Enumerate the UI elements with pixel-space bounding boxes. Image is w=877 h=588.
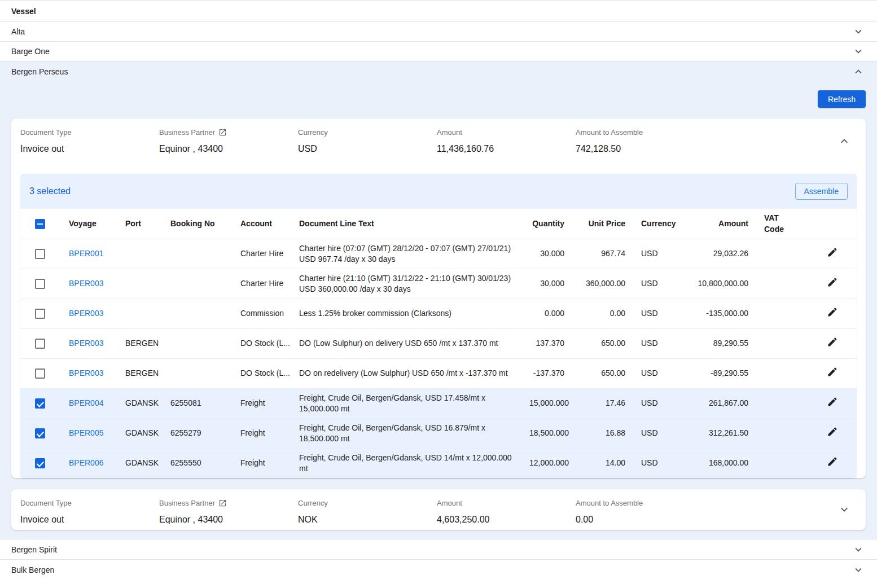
account-cell: Freight bbox=[233, 418, 291, 448]
amount-cell: 261,867.00 bbox=[690, 388, 756, 418]
row-checkbox[interactable] bbox=[35, 398, 45, 409]
edit-icon[interactable] bbox=[827, 456, 838, 467]
currency-field: Currency NOK bbox=[298, 499, 437, 530]
voyage-link[interactable]: BPER005 bbox=[69, 428, 103, 437]
chevron-down-icon[interactable] bbox=[852, 564, 865, 576]
edit-icon[interactable] bbox=[827, 366, 838, 378]
edit-icon[interactable] bbox=[827, 426, 838, 437]
amount-field: Amount 4,603,250.00 bbox=[437, 499, 576, 530]
amount-cell: -89,290.55 bbox=[690, 358, 756, 388]
amount-cell: 89,290.55 bbox=[690, 328, 756, 358]
column-header-quantity: Quantity bbox=[521, 209, 572, 239]
vat-code-cell bbox=[756, 388, 808, 418]
expand-chevron-down-icon[interactable] bbox=[837, 503, 851, 516]
edit-icon[interactable] bbox=[827, 247, 838, 258]
voyage-link[interactable]: BPER003 bbox=[69, 368, 103, 378]
amount-cell: 10,800,000.00 bbox=[690, 269, 756, 299]
vessel-name: Barge One bbox=[11, 47, 50, 56]
document-line-text-cell: Charter hire (21:10 (GMT) 31/12/22 - 21:… bbox=[291, 269, 521, 299]
vessel-row-bergen-perseus[interactable]: Bergen Perseus bbox=[0, 62, 877, 81]
amount-cell: 29,032.26 bbox=[690, 239, 756, 269]
business-partner-label: Business Partner bbox=[159, 128, 298, 137]
voyage-link[interactable]: BPER003 bbox=[69, 309, 103, 318]
currency-cell: USD bbox=[633, 328, 690, 358]
column-header-currency: Currency bbox=[633, 209, 690, 239]
refresh-row: Refresh bbox=[0, 81, 877, 108]
collapse-chevron-up-icon[interactable] bbox=[837, 134, 851, 148]
row-checkbox[interactable] bbox=[35, 279, 45, 289]
currency-cell: USD bbox=[633, 358, 690, 388]
vat-code-cell bbox=[756, 269, 808, 299]
edit-icon[interactable] bbox=[827, 306, 838, 318]
select-all-checkbox[interactable] bbox=[35, 219, 45, 229]
voyage-link[interactable]: BPER004 bbox=[69, 398, 103, 407]
amount-field: Amount 11,436,160.76 bbox=[437, 128, 576, 164]
quantity-cell: 30.000 bbox=[521, 239, 572, 269]
table-row: BPER006 GDANSK 6255550 Freight Freight, … bbox=[20, 448, 857, 478]
amount-to-assemble-label: Amount to Assemble bbox=[576, 128, 834, 137]
port-cell: BERGEN bbox=[117, 328, 163, 358]
vessel-accordion: Vessel Alta Barge One Bergen Perseus Ref… bbox=[0, 0, 877, 580]
currency-value: NOK bbox=[298, 515, 437, 525]
amount-label: Amount bbox=[437, 499, 576, 507]
chevron-down-icon[interactable] bbox=[852, 25, 865, 38]
quantity-cell: 18,500.000 bbox=[521, 418, 572, 448]
booking-no-cell: 6255081 bbox=[163, 388, 233, 418]
column-header-vat-code: VAT Code bbox=[756, 209, 808, 239]
currency-cell: USD bbox=[633, 448, 690, 478]
unit-price-cell: 0.00 bbox=[572, 299, 633, 328]
currency-label: Currency bbox=[298, 499, 437, 507]
port-cell bbox=[117, 269, 163, 299]
document-type-label: Document Type bbox=[20, 128, 159, 137]
assemble-button[interactable]: Assemble bbox=[795, 183, 848, 200]
account-cell: Charter Hire bbox=[233, 239, 291, 269]
row-checkbox[interactable] bbox=[35, 309, 45, 319]
voyage-link[interactable]: BPER003 bbox=[69, 339, 103, 348]
account-cell: Commission bbox=[233, 299, 291, 328]
row-checkbox[interactable] bbox=[35, 368, 45, 379]
external-link-icon[interactable] bbox=[218, 499, 227, 507]
currency-field: Currency USD bbox=[298, 128, 437, 164]
chevron-down-icon[interactable] bbox=[852, 45, 865, 58]
port-cell: BERGEN bbox=[117, 358, 163, 388]
vessel-row-barge-one[interactable]: Barge One bbox=[0, 42, 877, 62]
port-cell: GDANSK bbox=[117, 388, 163, 418]
amount-to-assemble-value: 0.00 bbox=[576, 515, 834, 525]
vessel-name: Bulk Bergen bbox=[11, 565, 54, 574]
voyage-link[interactable]: BPER003 bbox=[69, 279, 103, 288]
amount-cell: 312,261.50 bbox=[690, 418, 756, 448]
business-partner-label-text: Business Partner bbox=[159, 499, 215, 507]
booking-no-cell bbox=[163, 328, 233, 358]
vessel-row-bergen-spirit[interactable]: Bergen Spirit bbox=[0, 539, 877, 560]
vessel-row-bulk-bergen[interactable]: Bulk Bergen bbox=[0, 560, 877, 580]
edit-icon[interactable] bbox=[827, 277, 838, 288]
vessel-name: Bergen Spirit bbox=[11, 545, 57, 554]
voyage-link[interactable]: BPER006 bbox=[69, 458, 103, 467]
row-checkbox[interactable] bbox=[35, 339, 45, 349]
refresh-button[interactable]: Refresh bbox=[818, 90, 866, 108]
row-checkbox[interactable] bbox=[35, 458, 45, 468]
column-header-voyage: Voyage bbox=[61, 209, 117, 239]
chevron-up-icon[interactable] bbox=[852, 65, 865, 78]
voyage-link[interactable]: BPER001 bbox=[69, 249, 103, 258]
chevron-down-icon[interactable] bbox=[852, 543, 865, 556]
row-checkbox[interactable] bbox=[35, 428, 45, 438]
vat-code-cell bbox=[756, 328, 808, 358]
table-body: BPER001 Charter Hire Charter hire (07:07… bbox=[20, 239, 857, 478]
selected-count: 3 selected bbox=[29, 186, 71, 196]
account-cell: Freight bbox=[233, 448, 291, 478]
invoice-card-nok: Document Type Invoice out Business Partn… bbox=[11, 489, 866, 530]
edit-icon[interactable] bbox=[827, 336, 838, 348]
currency-cell: USD bbox=[633, 418, 690, 448]
document-type-value: Invoice out bbox=[20, 515, 159, 525]
amount-to-assemble-value: 742,128.50 bbox=[576, 144, 834, 154]
document-type-field: Document Type Invoice out bbox=[20, 499, 159, 530]
vessel-name: Alta bbox=[11, 27, 25, 36]
vessel-row-alta[interactable]: Alta bbox=[0, 22, 877, 42]
quantity-cell: 0.000 bbox=[521, 299, 572, 328]
edit-icon[interactable] bbox=[827, 396, 838, 407]
port-cell bbox=[117, 299, 163, 328]
external-link-icon[interactable] bbox=[218, 128, 227, 137]
unit-price-cell: 650.00 bbox=[572, 328, 633, 358]
row-checkbox[interactable] bbox=[35, 249, 45, 259]
